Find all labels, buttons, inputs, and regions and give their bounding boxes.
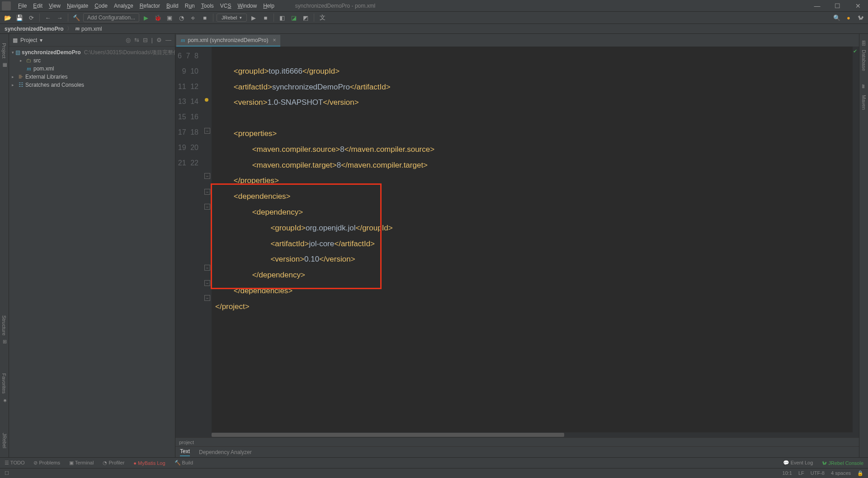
subtab-dependency-analyzer[interactable]: Dependency Analyzer <box>199 449 252 455</box>
fold-icon[interactable]: − <box>204 189 210 195</box>
jrebel-logo-icon[interactable]: 🐿 <box>855 13 865 23</box>
editor-breadcrumb[interactable]: project <box>175 437 859 446</box>
gear-icon[interactable]: ⚙ <box>156 37 162 43</box>
menu-vcs[interactable]: VCS <box>217 2 234 10</box>
stop-icon[interactable]: ■ <box>200 13 210 23</box>
minimize-button[interactable]: — <box>807 0 827 11</box>
debug-icon[interactable]: 🐞 <box>153 13 163 23</box>
save-icon[interactable]: 💾 <box>14 13 24 23</box>
project-tree[interactable]: ▾▧ synchronizedDemoPro C:\Users\30315\Do… <box>9 47 175 91</box>
stripe-jrebel[interactable]: JRebel <box>2 428 7 453</box>
menu-refactor[interactable]: Refactor <box>137 2 163 10</box>
user-icon[interactable]: ● <box>844 13 854 23</box>
forward-icon[interactable]: → <box>55 13 65 23</box>
status-lock-icon[interactable]: 🔒 <box>857 470 863 476</box>
run-config-dropdown[interactable]: Add Configuration... <box>83 13 139 22</box>
warning-marker[interactable] <box>205 98 208 102</box>
horizontal-scrollbar[interactable] <box>212 432 853 437</box>
hammer-icon[interactable]: 🔨 <box>71 13 81 23</box>
tree-pom[interactable]: mpom.xml <box>9 65 175 73</box>
menu-view[interactable]: View <box>46 2 63 10</box>
tool-jrebel-console[interactable]: 🐿 JRebel Console <box>822 460 863 466</box>
stripe-favorites[interactable]: ★ Favorites <box>1 369 7 406</box>
target-icon[interactable]: ◎ <box>126 37 131 43</box>
status-indent[interactable]: 4 spaces <box>831 470 851 476</box>
menu-tools[interactable]: Tools <box>198 2 217 10</box>
file-type-icon: m <box>181 37 185 44</box>
translate-icon[interactable]: 文 <box>317 13 327 23</box>
project-tool-window: ▦ Project ▾ ◎ ⇆ ⊟ | ⚙ — ▾▧ synchronizedD… <box>9 34 175 457</box>
tool-todo[interactable]: ☰ TODO <box>5 460 24 466</box>
tree-scratches[interactable]: ▸☷Scratches and Consoles <box>9 81 175 89</box>
titlebar: File Edit View Navigate Code Analyze Ref… <box>0 0 868 12</box>
tree-root[interactable]: ▾▧ synchronizedDemoPro C:\Users\30315\Do… <box>9 48 175 56</box>
code-content[interactable]: <groupId>top.it6666</groupId> <artifactI… <box>212 47 853 437</box>
status-encoding[interactable]: UTF-8 <box>811 470 825 476</box>
stripe-maven[interactable]: m Maven <box>861 80 867 114</box>
stripe-database[interactable]: 🗄 Database <box>861 38 867 75</box>
main-toolbar: 📂 💾 ⟳ ← → 🔨 Add Configuration... ▶ 🐞 ▣ ◔… <box>0 12 868 24</box>
menu-file[interactable]: File <box>15 2 29 10</box>
fold-end-icon[interactable]: − <box>204 295 210 301</box>
search-icon[interactable]: 🔍 <box>832 13 842 23</box>
menu-code[interactable]: Code <box>92 2 110 10</box>
scroll-thumb[interactable] <box>212 433 564 437</box>
fold-icon[interactable]: − <box>204 204 210 210</box>
breadcrumb-root[interactable]: synchronizedDemoPro <box>5 26 64 32</box>
fold-end-icon[interactable]: − <box>204 173 210 179</box>
breadcrumb-file[interactable]: pom.xml <box>81 26 102 32</box>
tool-event-log[interactable]: 💬 Event Log <box>783 460 813 466</box>
fold-end-icon[interactable]: − <box>204 265 210 271</box>
error-stripe[interactable]: ✔ <box>853 47 859 437</box>
editor-tab-pom[interactable]: m pom.xml (synchronizedDemoPro) × <box>176 35 280 47</box>
jr-icon3[interactable]: ◩ <box>301 13 311 23</box>
editor-sub-tabs: Text Dependency Analyzer <box>175 446 859 457</box>
run-icon[interactable]: ▶ <box>141 13 151 23</box>
menu-build[interactable]: Build <box>164 2 181 10</box>
jr-stop-icon[interactable]: ■ <box>260 13 270 23</box>
subtab-text[interactable]: Text <box>180 448 190 456</box>
tool-problems[interactable]: ⊘ Problems <box>33 460 60 466</box>
jrebel-dropdown[interactable]: JRebel▾ <box>217 14 247 22</box>
navigation-bar: synchronizedDemoPro 〉 m pom.xml <box>0 24 868 34</box>
menu-window[interactable]: Window <box>235 2 259 10</box>
left-tool-stripe: ▦ Project ⊞ Structure ★ Favorites JRebel <box>0 34 9 457</box>
close-button[interactable]: ✕ <box>848 0 868 11</box>
coverage-icon[interactable]: ▣ <box>165 13 175 23</box>
tool-terminal[interactable]: ▣ Terminal <box>69 460 94 466</box>
tool-profiler[interactable]: ◔ Profiler <box>103 460 124 466</box>
menu-navigate[interactable]: Navigate <box>64 2 91 10</box>
maximize-button[interactable]: ☐ <box>827 0 848 11</box>
expand-icon[interactable]: ⇆ <box>134 37 139 43</box>
menu-run[interactable]: Run <box>182 2 198 10</box>
back-icon[interactable]: ← <box>43 13 53 23</box>
jr-icon1[interactable]: ◧ <box>277 13 287 23</box>
collapse-icon[interactable]: ⊟ <box>143 37 148 43</box>
fold-icon[interactable]: − <box>204 128 210 134</box>
refresh-icon[interactable]: ⟳ <box>26 13 36 23</box>
attach-icon[interactable]: ⎆ <box>188 13 198 23</box>
fold-end-icon[interactable]: − <box>204 280 210 286</box>
menu-analyze[interactable]: Analyze <box>111 2 136 10</box>
close-tab-icon[interactable]: × <box>273 37 276 43</box>
menu-help[interactable]: Help <box>260 2 277 10</box>
tool-build[interactable]: 🔨 Build <box>175 460 193 466</box>
tree-external-libs[interactable]: ▸⊪External Libraries <box>9 73 175 81</box>
code-editor[interactable]: 6 7 8 9 10 11 12 13 14 15 16 17 18 19 20… <box>175 47 859 437</box>
stripe-structure[interactable]: ⊞ Structure <box>1 311 7 346</box>
line-gutter: 6 7 8 9 10 11 12 13 14 15 16 17 18 19 20… <box>175 47 203 437</box>
stripe-project[interactable]: ▦ Project <box>1 38 7 70</box>
status-cursor-position[interactable]: 10:1 <box>783 470 792 476</box>
profile-icon[interactable]: ◔ <box>176 13 186 23</box>
tool-mybatis[interactable]: ● MyBatis Log <box>133 460 165 466</box>
jr-run-icon[interactable]: ▶ <box>249 13 259 23</box>
tree-src[interactable]: ▸🗀src <box>9 56 175 65</box>
status-line-separator[interactable]: LF <box>798 470 804 476</box>
window-title: synchronizedDemoPro - pom.xml <box>295 3 375 9</box>
menu-edit[interactable]: Edit <box>30 2 45 10</box>
status-quick-list-icon[interactable]: ☐ <box>5 470 9 476</box>
project-panel-title[interactable]: ▦ Project ▾ <box>13 37 42 43</box>
hide-icon[interactable]: — <box>165 37 171 43</box>
jr-icon2[interactable]: ◪ <box>289 13 299 23</box>
open-icon[interactable]: 📂 <box>3 13 13 23</box>
